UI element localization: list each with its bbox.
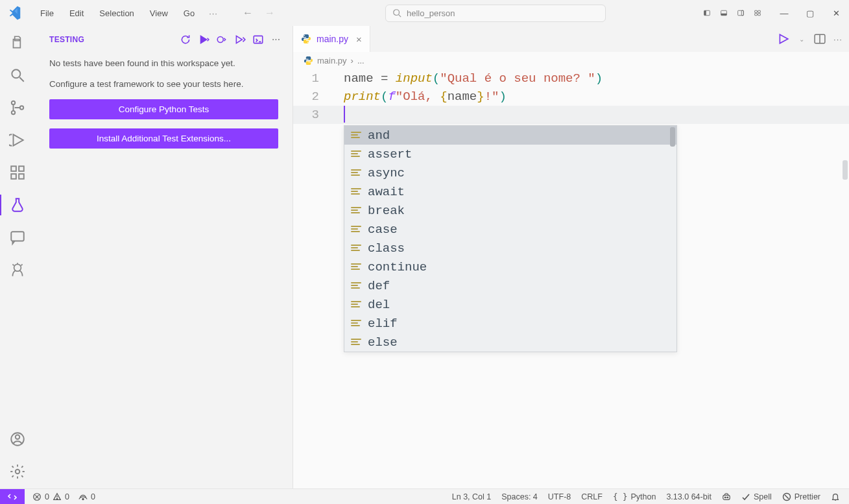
- run-dropdown-icon[interactable]: ⌄: [796, 33, 807, 45]
- status-interpreter[interactable]: 3.13.0 64-bit: [666, 492, 711, 501]
- status-encoding[interactable]: UTF-8: [548, 492, 571, 501]
- nav-back-icon[interactable]: ←: [239, 5, 257, 21]
- svg-rect-9: [758, 10, 761, 12]
- suggest-scrollbar[interactable]: [670, 127, 675, 147]
- status-cursor-pos[interactable]: Ln 3, Col 1: [452, 492, 491, 501]
- suggest-item[interactable]: else: [344, 333, 676, 352]
- install-test-extensions-button[interactable]: Install Additional Test Extensions...: [49, 128, 278, 149]
- editor-scrollbar[interactable]: [843, 160, 848, 180]
- coverage-icon[interactable]: [234, 34, 246, 45]
- activity-explorer-icon[interactable]: [8, 34, 27, 52]
- show-output-icon[interactable]: [252, 34, 264, 45]
- suggest-item[interactable]: async: [344, 163, 676, 182]
- split-editor-icon[interactable]: [814, 33, 826, 45]
- suggest-item[interactable]: del: [344, 295, 676, 314]
- activity-extensions-icon[interactable]: [8, 163, 27, 182]
- svg-marker-33: [780, 34, 787, 43]
- svg-point-16: [20, 106, 23, 109]
- activity-scm-icon[interactable]: [8, 99, 27, 117]
- suggest-item[interactable]: and: [344, 126, 676, 145]
- status-problems[interactable]: 0 0: [32, 492, 69, 501]
- activity-settings-icon[interactable]: [8, 462, 27, 481]
- menu-go[interactable]: Go: [177, 5, 201, 22]
- python-file-icon: [301, 34, 311, 44]
- svg-point-40: [56, 498, 57, 499]
- svg-point-31: [304, 35, 305, 36]
- keyword-icon: [351, 150, 361, 158]
- tab-bar: main.py × ⌄ ···: [293, 26, 849, 52]
- svg-rect-10: [755, 14, 758, 16]
- menu-file[interactable]: File: [34, 5, 60, 22]
- tab-main-py[interactable]: main.py ×: [293, 26, 370, 52]
- tab-close-icon[interactable]: ×: [356, 34, 362, 45]
- layout-secondary-side-icon[interactable]: [735, 7, 747, 19]
- window-minimize-icon[interactable]: —: [776, 8, 792, 18]
- status-prettier[interactable]: Prettier: [782, 492, 820, 501]
- window-close-icon[interactable]: ✕: [828, 8, 844, 18]
- layout-panel-icon[interactable]: [718, 7, 730, 19]
- breadcrumb-chevron-icon: ›: [351, 56, 353, 66]
- activity-search-icon[interactable]: [8, 66, 27, 84]
- customize-layout-icon[interactable]: [752, 7, 763, 19]
- debug-tests-icon[interactable]: [216, 34, 228, 45]
- command-center-search[interactable]: hello_person: [385, 5, 606, 22]
- status-ports[interactable]: 0: [78, 492, 95, 501]
- svg-rect-3: [704, 10, 706, 16]
- status-notifications-icon[interactable]: [831, 492, 840, 501]
- configure-python-tests-button[interactable]: Configure Python Tests: [49, 99, 278, 119]
- keyword-icon: [351, 188, 361, 196]
- testing-sidebar: TESTING ··· No tests have been found in …: [35, 26, 293, 488]
- svg-rect-30: [254, 36, 263, 43]
- remote-indicator[interactable]: [0, 489, 25, 504]
- activity-live-icon[interactable]: [8, 261, 27, 279]
- menu-overflow-icon[interactable]: ···: [204, 5, 223, 22]
- status-copilot-icon[interactable]: [722, 492, 731, 501]
- suggest-item[interactable]: assert: [344, 145, 676, 163]
- layout-primary-side-icon[interactable]: [701, 7, 713, 19]
- suggest-item[interactable]: break: [344, 201, 676, 220]
- editor-more-icon[interactable]: ···: [832, 33, 844, 45]
- status-language[interactable]: { }Python: [613, 492, 656, 501]
- menu-view[interactable]: View: [143, 5, 174, 22]
- nav-forward-icon[interactable]: →: [261, 5, 279, 21]
- svg-point-0: [394, 10, 400, 16]
- autocomplete-popup[interactable]: and assert async await break case class …: [344, 125, 677, 352]
- svg-rect-6: [738, 10, 744, 16]
- svg-point-14: [12, 101, 15, 104]
- menu-selection[interactable]: Selection: [93, 5, 140, 22]
- suggest-item[interactable]: case: [344, 220, 676, 239]
- refresh-tests-icon[interactable]: [180, 34, 191, 45]
- svg-rect-42: [723, 495, 730, 499]
- run-file-icon[interactable]: [778, 33, 789, 45]
- keyword-icon: [351, 169, 361, 177]
- activity-chat-icon[interactable]: [8, 228, 27, 246]
- menu-edit[interactable]: Edit: [63, 5, 90, 22]
- svg-rect-7: [741, 10, 743, 16]
- code-line-1[interactable]: name = input("Qual é o seu nome? "): [344, 69, 849, 88]
- code-editor[interactable]: 1 2 3 name = input("Qual é o seu nome? "…: [293, 69, 849, 488]
- activity-bar: [0, 26, 35, 488]
- run-tests-icon[interactable]: [198, 34, 209, 45]
- status-indent[interactable]: Spaces: 4: [501, 492, 538, 501]
- breadcrumb[interactable]: main.py › ...: [293, 52, 849, 69]
- suggest-item[interactable]: class: [344, 239, 676, 258]
- activity-debug-icon[interactable]: [8, 131, 27, 149]
- breadcrumb-more: ...: [357, 56, 365, 66]
- keyword-icon: [351, 263, 361, 271]
- suggest-item[interactable]: continue: [344, 258, 676, 276]
- status-eol[interactable]: CRLF: [581, 492, 603, 501]
- suggest-item[interactable]: def: [344, 276, 676, 295]
- activity-accounts-icon[interactable]: [8, 430, 27, 448]
- svg-point-25: [16, 435, 20, 440]
- suggest-item[interactable]: await: [344, 182, 676, 201]
- keyword-icon: [351, 226, 361, 234]
- svg-point-32: [307, 42, 309, 43]
- suggest-item[interactable]: elif: [344, 314, 676, 333]
- tab-label: main.py: [317, 34, 348, 44]
- sidebar-more-icon[interactable]: ···: [270, 34, 282, 45]
- activity-testing-icon[interactable]: [8, 196, 27, 214]
- window-maximize-icon[interactable]: ▢: [802, 8, 818, 18]
- code-line-2[interactable]: print(f"Olá, {name}!"): [344, 88, 849, 106]
- status-spell[interactable]: Spell: [741, 492, 772, 501]
- status-bar: 0 0 0 Ln 3, Col 1 Spaces: 4 UTF-8 CRLF {…: [0, 488, 849, 504]
